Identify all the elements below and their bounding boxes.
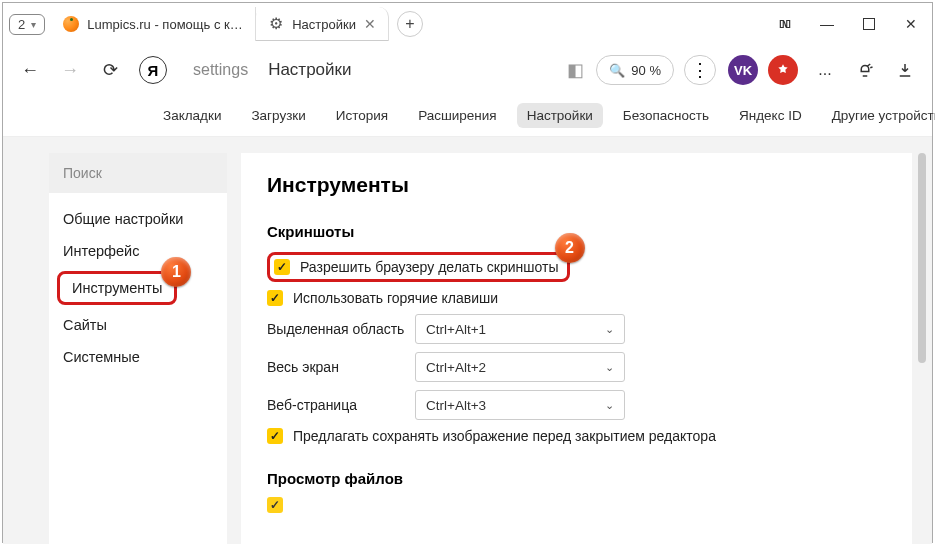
hotkey-row-2: Веб-страницаCtrl+Alt+3⌄ <box>267 390 886 420</box>
settings-content: Инструменты Скриншоты Разрешить браузеру… <box>241 153 912 544</box>
sidebar-item-0[interactable]: Общие настройки <box>49 203 227 235</box>
page-menu-button[interactable]: ⋮ <box>684 55 716 85</box>
topnav-item-4[interactable]: Настройки <box>517 103 603 128</box>
magnifier-icon: 🔍 <box>609 63 625 78</box>
checkbox-partial[interactable] <box>267 497 283 513</box>
hotkey-value: Ctrl+Alt+2 <box>426 360 486 375</box>
topnav-item-2[interactable]: История <box>326 103 398 128</box>
checkbox-hotkeys-label: Использовать горячие клавиши <box>293 290 498 306</box>
gear-icon: ⚙ <box>268 16 284 32</box>
page-scrollbar[interactable] <box>916 153 928 531</box>
checkbox-hotkeys[interactable] <box>267 290 283 306</box>
hotkey-select[interactable]: Ctrl+Alt+2⌄ <box>415 352 625 382</box>
annotation-ball-2: 2 <box>555 233 585 263</box>
annotation-ball-1: 1 <box>161 257 191 287</box>
section-files-title: Просмотр файлов <box>267 470 886 487</box>
scroll-thumb[interactable] <box>918 153 926 363</box>
new-tab-button[interactable]: + <box>397 11 423 37</box>
chevron-down-icon: ⌄ <box>605 361 614 374</box>
window-titlebar: 2 ▾ Lumpics.ru - помощь с ком ⚙ Настройк… <box>3 3 932 45</box>
bookmark-icon[interactable]: ◧ <box>567 59 584 81</box>
hotkey-label: Выделенная область <box>267 321 415 337</box>
zoom-value: 90 % <box>631 63 661 78</box>
zoom-chip[interactable]: 🔍 90 % <box>596 55 674 85</box>
browser-tab-active[interactable]: ⚙ Настройки ✕ <box>256 7 389 41</box>
window-maximize-button[interactable] <box>848 6 890 42</box>
extension-vk-icon[interactable]: VK <box>728 55 758 85</box>
checkbox-allow-label: Разрешить браузеру делать скриншоты <box>300 259 559 275</box>
hotkey-label: Весь экран <box>267 359 415 375</box>
yandex-logo-icon[interactable]: Я <box>139 56 167 84</box>
sidebar-item-4[interactable]: Системные <box>49 341 227 373</box>
browser-toolbar: ← → ⟳ Я settings Настройки ◧ 🔍 90 % ⋮ VK… <box>3 45 932 95</box>
hotkey-row-0: Выделенная областьCtrl+Alt+1⌄ <box>267 314 886 344</box>
tabs-counter[interactable]: 2 ▾ <box>9 14 45 35</box>
more-button[interactable]: ... <box>808 53 842 87</box>
topnav-item-1[interactable]: Загрузки <box>241 103 315 128</box>
hotkey-select[interactable]: Ctrl+Alt+3⌄ <box>415 390 625 420</box>
topnav-item-6[interactable]: Яндекс ID <box>729 103 812 128</box>
hotkey-label: Веб-страница <box>267 397 415 413</box>
topnav-item-3[interactable]: Расширения <box>408 103 507 128</box>
downloads-icon[interactable] <box>888 53 922 87</box>
extension-adblock-icon[interactable] <box>768 55 798 85</box>
tabs-counter-value: 2 <box>18 17 25 32</box>
settings-page: Поиск Общие настройкиИнтерфейсИнструмент… <box>3 137 932 544</box>
window-close-button[interactable] <box>890 6 932 42</box>
chevron-down-icon: ⌄ <box>605 323 614 336</box>
hotkey-row-1: Весь экранCtrl+Alt+2⌄ <box>267 352 886 382</box>
partial-row <box>267 497 886 513</box>
highlighted-option-allow-screenshots: Разрешить браузеру делать скриншоты 2 <box>267 252 570 282</box>
settings-top-nav: ЗакладкиЗагрузкиИсторияРасширенияНастрой… <box>3 95 932 137</box>
url-text: settings <box>193 61 248 79</box>
hotkey-value: Ctrl+Alt+3 <box>426 398 486 413</box>
sidebar-search[interactable]: Поиск <box>49 153 227 193</box>
forward-button[interactable]: → <box>53 53 87 87</box>
hotkey-value: Ctrl+Alt+1 <box>426 322 486 337</box>
url-page-title: Настройки <box>268 60 351 80</box>
topnav-item-7[interactable]: Другие устройства <box>822 103 935 128</box>
checkbox-allow-screenshots[interactable] <box>274 259 290 275</box>
back-button[interactable]: ← <box>13 53 47 87</box>
sidebar-item-2[interactable]: Инструменты1 <box>57 271 177 305</box>
reload-button[interactable]: ⟳ <box>93 53 127 87</box>
checkbox-offer-save-label: Предлагать сохранять изображение перед з… <box>293 428 716 444</box>
address-bar[interactable]: settings Настройки ◧ <box>179 53 590 87</box>
checkbox-offer-save[interactable] <box>267 428 283 444</box>
topnav-item-5[interactable]: Безопасность <box>613 103 719 128</box>
window-minimize-button[interactable] <box>806 6 848 42</box>
sidebar-item-3[interactable]: Сайты <box>49 309 227 341</box>
tab-label: Lumpics.ru - помощь с ком <box>87 17 243 32</box>
orange-favicon-icon <box>63 16 79 32</box>
hotkey-select[interactable]: Ctrl+Alt+1⌄ <box>415 314 625 344</box>
chevron-down-icon: ⌄ <box>605 399 614 412</box>
sidebar-item-1[interactable]: Интерфейс <box>49 235 227 267</box>
close-tab-icon[interactable]: ✕ <box>364 16 376 32</box>
topnav-item-0[interactable]: Закладки <box>153 103 231 128</box>
tab-label: Настройки <box>292 17 356 32</box>
content-heading: Инструменты <box>267 173 886 197</box>
sidebar-search-placeholder: Поиск <box>63 165 102 181</box>
chevron-down-icon: ▾ <box>31 19 36 30</box>
browser-tab-inactive[interactable]: Lumpics.ru - помощь с ком <box>51 7 256 41</box>
reader-mode-icon[interactable] <box>764 6 806 42</box>
plus-icon: + <box>405 15 414 33</box>
feedback-icon[interactable] <box>848 53 882 87</box>
settings-sidebar: Поиск Общие настройкиИнтерфейсИнструмент… <box>49 153 227 544</box>
